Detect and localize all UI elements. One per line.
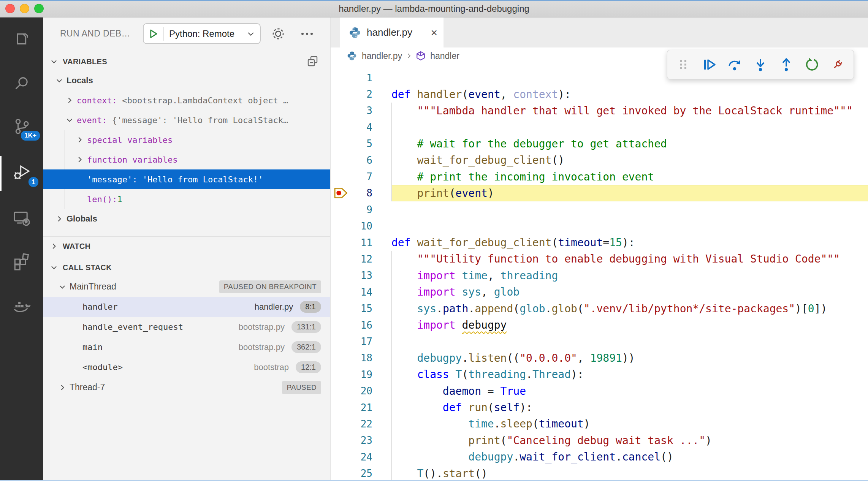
editor-gutter[interactable]: 20 xyxy=(331,383,391,399)
line-column-badge: 12:1 xyxy=(296,361,321,373)
editor-gutter[interactable]: 24 xyxy=(331,449,391,465)
code-line-17[interactable]: 17 xyxy=(331,333,868,350)
call-stack-row[interactable]: <module>bootstrap12:1 xyxy=(43,357,330,377)
collapse-all-button[interactable] xyxy=(306,55,320,68)
breakpoint-current-icon[interactable] xyxy=(334,187,350,199)
code-line-4[interactable]: 4 xyxy=(331,119,868,135)
editor-gutter[interactable]: 11 xyxy=(331,234,391,251)
line-number: 23 xyxy=(361,435,372,446)
more-actions-button[interactable] xyxy=(298,25,316,43)
code-line-13[interactable]: 13 import time, threading xyxy=(331,267,868,284)
call-stack-row[interactable]: handle_event_requestbootstrap.py131:1 xyxy=(43,317,330,337)
call-stack-row[interactable]: mainbootstrap.py362:1 xyxy=(43,337,330,357)
editor-gutter[interactable]: 16 xyxy=(331,317,391,333)
disconnect-button[interactable] xyxy=(827,54,848,75)
editor-gutter[interactable]: 9 xyxy=(331,201,391,218)
code-editor[interactable]: 12def handler(event, context):3 """Lambd… xyxy=(331,64,868,481)
editor-gutter[interactable]: 6 xyxy=(331,152,391,168)
call-stack-row[interactable]: MainThreadPAUSED ON BREAKPOINT xyxy=(43,277,330,297)
start-debug-icon[interactable] xyxy=(144,29,163,39)
code-line-14[interactable]: 14 import sys, glob xyxy=(331,284,868,300)
sidebar-item-extensions[interactable] xyxy=(0,242,43,280)
tab-handler-py[interactable]: handler.py × xyxy=(340,17,444,47)
toolbar-drag-handle[interactable] xyxy=(673,54,694,75)
sidebar-item-source-control[interactable]: 1K+ xyxy=(0,108,43,146)
code-line-9[interactable]: 9 xyxy=(331,201,868,218)
editor-gutter[interactable]: 14 xyxy=(331,284,391,300)
step-out-button[interactable] xyxy=(776,54,797,75)
source-control-badge: 1K+ xyxy=(20,130,41,141)
step-over-button[interactable] xyxy=(724,54,745,75)
sidebar-item-remote-explorer[interactable] xyxy=(0,199,43,237)
code-line-8[interactable]: 8 print(event) xyxy=(331,185,868,201)
code-line-5[interactable]: 5 # wait for the debugger to get attache… xyxy=(331,136,868,152)
editor-gutter[interactable]: 10 xyxy=(331,218,391,234)
editor-gutter[interactable]: 12 xyxy=(331,251,391,267)
step-into-button[interactable] xyxy=(750,54,771,75)
editor-gutter[interactable]: 22 xyxy=(331,416,391,432)
code-line-20[interactable]: 20 daemon = True xyxy=(331,383,868,399)
chevron-right-icon xyxy=(58,383,67,392)
editor-gutter[interactable]: 19 xyxy=(331,366,391,383)
editor-gutter[interactable]: 23 xyxy=(331,432,391,449)
sidebar-item-explorer[interactable] xyxy=(0,21,43,59)
editor-gutter[interactable]: 7 xyxy=(331,168,391,185)
variable-row[interactable]: special variables xyxy=(43,130,330,150)
variable-row[interactable]: Locals xyxy=(43,71,330,90)
call-stack-row[interactable]: handlerhandler.py8:1 xyxy=(43,297,330,317)
variable-row[interactable]: event: {'message': 'Hello from LocalStac… xyxy=(43,110,330,130)
variable-row[interactable]: len(): 1 xyxy=(43,189,330,209)
variable-row[interactable]: Globals xyxy=(43,209,330,229)
code-line-23[interactable]: 23 print("Canceling debug wait task ..."… xyxy=(331,432,868,449)
breadcrumb-file[interactable]: handler.py xyxy=(362,51,402,61)
code-line-19[interactable]: 19 class T(threading.Thread): xyxy=(331,366,868,383)
breadcrumb-symbol[interactable]: handler xyxy=(430,51,459,61)
gripper-icon xyxy=(676,57,691,72)
sidebar-item-run-and-debug[interactable]: 1 xyxy=(0,153,43,191)
debug-config-select[interactable]: Python: Remote xyxy=(143,23,261,44)
editor-gutter[interactable]: 25 xyxy=(331,465,391,481)
code-line-18[interactable]: 18 debugpy.listen(("0.0.0.0", 19891)) xyxy=(331,350,868,366)
continue-button[interactable] xyxy=(699,54,720,75)
variable-row[interactable]: context: <bootstrap.LambdaContext object… xyxy=(43,90,330,110)
editor-gutter[interactable]: 21 xyxy=(331,399,391,416)
code-line-25[interactable]: 25 T().start() xyxy=(331,465,868,481)
code-line-15[interactable]: 15 sys.path.append(glob.glob(".venv/lib/… xyxy=(331,300,868,316)
sidebar-item-search[interactable] xyxy=(0,65,43,103)
editor-gutter[interactable]: 17 xyxy=(331,333,391,350)
editor-gutter[interactable]: 13 xyxy=(331,267,391,284)
close-tab-icon[interactable]: × xyxy=(431,26,437,39)
code-line-12[interactable]: 12 """Utility function to enable debuggi… xyxy=(331,251,868,267)
editor-gutter[interactable]: 18 xyxy=(331,350,391,366)
code-line-11[interactable]: 11def wait_for_debug_client(timeout=15): xyxy=(331,234,868,251)
watch-section-header[interactable]: WATCH xyxy=(43,237,330,255)
sidebar-item-docker[interactable] xyxy=(0,286,43,324)
editor-gutter[interactable]: 2 xyxy=(331,86,391,102)
code-line-24[interactable]: 24 debugpy.wait_for_client.cancel() xyxy=(331,449,868,465)
editor-gutter[interactable]: 3 xyxy=(331,103,391,119)
code-line-22[interactable]: 22 time.sleep(timeout) xyxy=(331,416,868,432)
debug-settings-gear-button[interactable] xyxy=(269,25,287,43)
editor-gutter[interactable]: 4 xyxy=(331,119,391,135)
variable-row[interactable]: 'message': 'Hello from LocalStack!' xyxy=(43,169,330,189)
code-line-3[interactable]: 3 """Lambda handler that will get invoke… xyxy=(331,103,868,119)
variables-section-header[interactable]: VARIABLES xyxy=(43,52,330,71)
call-stack-section-header[interactable]: CALL STACK xyxy=(43,258,330,277)
code-line-7[interactable]: 7 # print the incoming invocation event xyxy=(331,168,868,185)
tab-label: handler.py xyxy=(367,27,412,38)
restart-button[interactable] xyxy=(801,54,822,75)
editor-gutter[interactable]: 15 xyxy=(331,300,391,316)
debug-config-label: Python: Remote xyxy=(164,28,246,39)
variable-row[interactable]: function variables xyxy=(43,150,330,169)
code-line-16[interactable]: 16 import debugpy xyxy=(331,317,868,333)
code-line-6[interactable]: 6 wait_for_debug_client() xyxy=(331,152,868,168)
call-stack-row[interactable]: Thread-7PAUSED xyxy=(43,377,330,397)
editor-gutter[interactable]: 8 xyxy=(331,185,391,201)
code-line-2[interactable]: 2def handler(event, context): xyxy=(331,86,868,102)
editor-gutter[interactable]: 5 xyxy=(331,136,391,152)
editor-gutter[interactable]: 1 xyxy=(331,70,391,86)
code-line-21[interactable]: 21 def run(self): xyxy=(331,399,868,416)
line-number: 3 xyxy=(366,105,372,116)
step-out-icon xyxy=(779,57,794,72)
code-line-10[interactable]: 10 xyxy=(331,218,868,234)
